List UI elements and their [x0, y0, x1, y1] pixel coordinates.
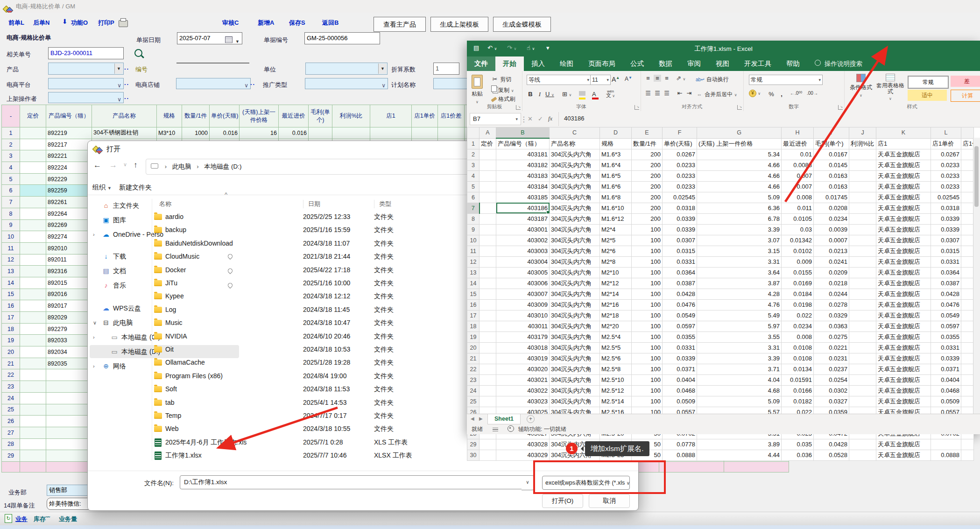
font-size-select[interactable]: 11▾ [590, 75, 611, 85]
cancel-button[interactable]: 取消 [589, 494, 630, 508]
excel-cell[interactable]: 304沉头内六角 [550, 299, 600, 310]
excel-cell[interactable]: 403002 [496, 235, 550, 246]
excel-cell[interactable]: 天卓五金旗舰店 [876, 310, 931, 321]
excel-column-header[interactable] [961, 127, 974, 139]
accounting-format-icon[interactable]: ¥ ∨ [749, 90, 761, 97]
excel-cell[interactable]: 403018 [496, 342, 550, 353]
excel-cell[interactable]: 403001 [496, 224, 550, 235]
excel-cell[interactable]: 304沉头内六角 [550, 246, 600, 256]
erp-cell-code[interactable] [46, 404, 92, 416]
excel-cell[interactable]: 0.0213 [814, 246, 849, 256]
excel-cell[interactable]: 0.022 [782, 310, 814, 321]
excel-cell[interactable]: 304沉头内六角 [550, 353, 600, 364]
excel-column-header[interactable]: L [931, 127, 961, 139]
excel-cell[interactable]: M2*14 [600, 289, 632, 299]
excel-cell[interactable]: 100 [632, 353, 663, 364]
excel-cell[interactable]: 3.31 [697, 342, 782, 353]
excel-cell[interactable]: 200 [632, 160, 663, 170]
erp-row-number[interactable]: 8 [2, 208, 20, 219]
tab-inventory[interactable]: 库存˜˜ [34, 515, 50, 523]
excel-cell[interactable]: 0.0209 [814, 267, 849, 278]
dialog-launcher-icon[interactable]: ↘ [838, 105, 843, 110]
excel-cell[interactable] [931, 439, 961, 450]
excel-cell[interactable]: 天卓五金旗舰店 [876, 181, 931, 192]
vertical-scrollbar[interactable] [973, 138, 980, 414]
erp-cell-code[interactable] [46, 427, 92, 438]
align-middle-icon[interactable]: ≡ [654, 75, 661, 82]
excel-cell[interactable]: M2.5*4 [600, 332, 632, 342]
excel-cell[interactable]: 304沉头内六角 [550, 149, 600, 160]
excel-cell[interactable]: 6.78 [697, 213, 782, 224]
erp-cell-qty[interactable]: 1000 [182, 127, 210, 139]
excel-cell[interactable]: 0.0355 [663, 332, 697, 342]
excel-cell[interactable]: 0.0339 [931, 213, 961, 224]
insert-function-icon[interactable]: fx [548, 115, 552, 122]
new-folder-button[interactable]: 新建文件夹 [119, 183, 152, 192]
excel-cell[interactable]: 0.0331 [931, 256, 961, 267]
excel-cell[interactable]: 天卓五金旗舰店 [876, 450, 931, 460]
erp-cell-code[interactable]: 892229 [46, 173, 92, 185]
excel-cell[interactable]: 天卓五金旗舰店 [876, 439, 931, 450]
excel-cell[interactable]: 403183 [496, 170, 550, 181]
generate-listing-template-button[interactable]: 生成上架模板 [430, 17, 488, 32]
excel-cell[interactable]: 0.0145 [814, 160, 849, 170]
excel-cell[interactable]: 0.0241 [814, 256, 849, 267]
excel-cell[interactable]: 100 [632, 342, 663, 353]
doc-date-input[interactable]: 2025-07-07▼ [177, 32, 242, 44]
erp-menu-add[interactable]: 新增A [258, 19, 274, 27]
excel-cell[interactable]: M1.6*4 [600, 160, 632, 170]
excel-cell[interactable]: 0.0476 [663, 299, 697, 310]
excel-row-number[interactable]: 29 [467, 439, 479, 450]
excel-cell[interactable]: 304沉头内六角 [550, 321, 600, 332]
erp-row-number[interactable]: 6 [2, 185, 20, 197]
excel-cell[interactable]: 0.0371 [663, 364, 697, 374]
excel-cell[interactable]: 304沉头内六角 [550, 160, 600, 170]
excel-cell[interactable]: 0.0364 [931, 267, 961, 278]
excel-column-header[interactable]: K [876, 127, 931, 139]
excel-cell[interactable]: 100 [632, 256, 663, 267]
excel-cell[interactable]: 0.0387 [663, 278, 697, 289]
excel-cell[interactable]: 200 [632, 170, 663, 181]
erp-cell-code[interactable]: 892264 [46, 208, 92, 219]
excel-cell[interactable]: 0.0888 [663, 450, 697, 460]
excel-cell[interactable]: M2*20 [600, 321, 632, 332]
excel-cell[interactable]: 403003 [496, 246, 550, 256]
erp-row-number[interactable]: 16 [2, 300, 20, 312]
excel-cell[interactable]: 100 [632, 310, 663, 321]
excel-cell[interactable]: 403022 [496, 385, 550, 396]
percent-style-icon[interactable]: % [768, 91, 775, 98]
excel-cell[interactable]: 0.0355 [931, 332, 961, 342]
ribbon-tab[interactable]: 审阅 [680, 56, 708, 71]
excel-cell[interactable]: 403020 [496, 364, 550, 374]
erp-cell-name[interactable]: 304不锈钢圆柱销 [92, 127, 157, 139]
tab-business[interactable]: 业务 [15, 515, 28, 523]
increase-decimal-icon[interactable]: ←.000 [790, 91, 802, 96]
history-chevron-icon[interactable]: ∨ [123, 162, 127, 168]
excel-cell[interactable]: 403009 [496, 299, 550, 310]
excel-cell[interactable]: 0.0329 [814, 310, 849, 321]
excel-cell[interactable]: 天卓五金旗舰店 [876, 289, 931, 299]
breadcrumb-this-pc[interactable]: 此电脑 [172, 163, 191, 170]
excel-cell[interactable]: 3.39 [697, 353, 782, 364]
forward-icon[interactable]: → [109, 161, 117, 170]
excel-row-number[interactable]: 12 [467, 256, 479, 267]
column-type[interactable]: 类型 [374, 200, 391, 208]
excel-cell[interactable]: 0.0233 [931, 181, 961, 192]
dialog-launcher-icon[interactable]: ↘ [516, 105, 521, 110]
phonetic-guide-button[interactable]: wén文 ∨ [606, 90, 615, 98]
excel-cell[interactable]: 0.0208 [814, 203, 849, 213]
excel-cell[interactable]: 天卓五金旗舰店 [876, 256, 931, 267]
erp-cell-code[interactable]: 892316 [46, 266, 92, 277]
ribbon-tab[interactable]: 文件 [467, 56, 495, 71]
excel-cell[interactable]: M2*4 [600, 224, 632, 235]
excel-column-header[interactable]: J [849, 127, 876, 139]
excel-cell[interactable]: 0.01745 [814, 192, 849, 203]
conditional-formatting-button[interactable]: 条件格式∨ [848, 74, 874, 98]
excel-cell[interactable]: 3.64 [697, 267, 782, 278]
shop-more-button[interactable]: .. [250, 79, 255, 86]
excel-cell[interactable]: 0.0231 [814, 353, 849, 364]
excel-cell[interactable]: 0.0039 [814, 224, 849, 235]
factor-input[interactable]: 1 [433, 63, 459, 75]
erp-cell-code[interactable]: 892029 [46, 312, 92, 324]
excel-cell[interactable]: 0.0509 [663, 396, 697, 407]
